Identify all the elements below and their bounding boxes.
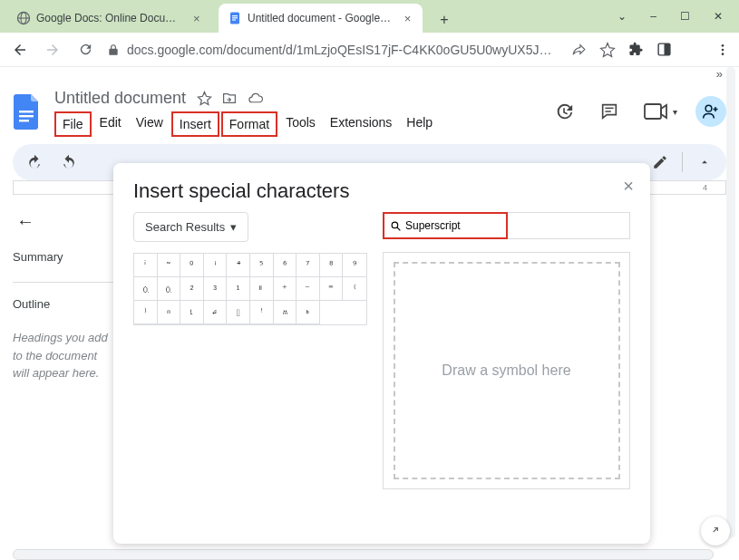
outline-heading: Outline [13,297,114,311]
search-input[interactable] [405,219,496,232]
menu-help[interactable]: Help [400,111,439,137]
svg-point-18 [705,105,712,111]
char-cell[interactable]: ³ [204,277,228,301]
url-display[interactable]: docs.google.com/document/d/1mLzjoQEsIS17… [107,43,560,57]
dialog-close-icon[interactable]: × [623,176,634,197]
search-extra[interactable] [508,212,630,239]
svg-rect-6 [232,19,236,20]
address-bar: docs.google.com/document/d/1mLzjoQEsIS17… [0,33,739,67]
char-cell[interactable]: ⁵ [250,254,274,277]
svg-point-9 [722,44,724,47]
collapse-icon[interactable] [692,150,717,175]
menu-insert[interactable]: Insert [171,111,219,137]
char-cell[interactable]: ⁻ [297,277,320,301]
char-cell[interactable]: ⁿ [158,301,181,324]
share-button[interactable] [695,96,726,127]
star-outline-icon[interactable] [197,91,212,106]
char-cell[interactable]: ⁼ [320,277,344,301]
char-cell[interactable]: ⁴ [227,254,250,277]
kebab-menu-icon[interactable] [715,43,730,57]
move-icon[interactable] [221,91,238,106]
char-cell[interactable]: ⁽ [343,277,366,301]
bookmark-overflow[interactable]: » [0,67,739,83]
chevron-down-icon[interactable]: ⌄ [617,10,627,23]
svg-rect-8 [665,43,670,55]
char-cell[interactable]: ² [180,277,204,301]
search-input-wrap [383,212,508,239]
close-tab-icon[interactable]: × [191,12,202,24]
reload-button[interactable] [74,39,96,61]
char-cell[interactable]: 𐞷 [250,277,274,301]
char-cell[interactable]: ⁸ [320,254,344,277]
editing-mode-icon[interactable] [647,150,673,175]
docs-favicon-icon [228,11,242,25]
special-characters-dialog: × Insert special characters Search Resul… [113,163,650,544]
url-actions [571,42,730,58]
history-icon[interactable] [549,96,579,127]
svg-point-19 [392,222,398,228]
char-cell[interactable]: ⁰ [180,254,204,277]
char-cell[interactable]: ⁺ [274,277,297,301]
char-cell[interactable]: ⁱ [134,254,158,277]
cloud-icon[interactable] [247,91,265,106]
tab-untitled-document[interactable]: Untitled document - Google Doc × [219,4,423,33]
close-tab-icon[interactable]: × [402,12,413,24]
char-cell[interactable]: 𐞻 [227,301,250,324]
menu-format[interactable]: Format [221,111,277,137]
tab-title: Google Docs: Online Document E [36,12,182,24]
svg-point-11 [722,53,724,55]
star-icon[interactable] [599,42,616,58]
menu-extensions[interactable]: Extensions [324,111,398,137]
document-title[interactable]: Untitled document [54,89,186,108]
char-cell[interactable]: 🄀 [134,277,158,301]
share-url-icon[interactable] [571,42,587,57]
horizontal-scrollbar[interactable] [13,549,714,560]
back-button[interactable] [9,39,31,61]
extensions-icon[interactable] [628,42,644,57]
svg-rect-5 [232,17,238,18]
draw-symbol-area[interactable]: Draw a symbol here [383,252,630,489]
menu-tools[interactable]: Tools [279,111,322,137]
menu-file[interactable]: File [54,111,92,137]
dialog-title: Insert special characters [113,163,650,212]
explore-button[interactable] [701,517,730,546]
char-cell[interactable]: ꜝ [250,301,274,324]
svg-rect-12 [19,111,34,112]
char-cell[interactable]: ꚝ [297,301,320,324]
char-cell[interactable]: 𐞹 [180,301,204,324]
redo-button[interactable] [56,150,82,175]
lock-icon [107,43,120,56]
menu-edit[interactable]: Edit [93,111,128,137]
menu-view[interactable]: View [130,111,170,137]
account-icon[interactable] [656,42,672,57]
forward-button[interactable] [42,39,63,61]
char-cell[interactable]: 𐞺 [204,301,228,324]
char-cell[interactable]: ꜞ [204,254,228,277]
char-cell[interactable]: ¹ [227,277,250,301]
vertical-scrollbar[interactable] [726,67,735,538]
svg-rect-4 [232,15,238,16]
outline-panel: ← Summary Outline Headings you add to th… [13,202,114,382]
outline-back-icon[interactable]: ← [16,211,114,232]
svg-rect-14 [19,120,29,121]
new-tab-button[interactable]: + [432,7,457,33]
char-cell[interactable]: 🄀 [158,277,181,301]
close-window-icon[interactable]: ✕ [714,10,723,23]
char-cell[interactable]: ⁹ [343,254,366,277]
minimize-icon[interactable]: – [650,10,656,23]
char-cell[interactable]: ⁾ [134,301,158,324]
maximize-icon[interactable]: ☐ [680,10,690,23]
char-cell[interactable]: ˜ [158,254,181,277]
category-dropdown[interactable]: Search Results ▾ [133,212,248,242]
caret-down-icon: ▾ [230,220,237,234]
draw-hint: Draw a symbol here [442,362,570,379]
comments-icon[interactable] [594,96,625,127]
tab-google-docs-home[interactable]: Google Docs: Online Document E × [7,4,211,33]
docs-logo-icon[interactable] [13,92,45,132]
char-cell[interactable]: ꭩ [274,301,297,324]
char-cell[interactable]: ⁶ [274,254,297,277]
undo-button[interactable] [22,150,47,175]
meet-icon[interactable]: ▾ [639,96,681,127]
summary-heading: Summary [13,250,114,264]
char-cell[interactable]: ⁷ [297,254,320,277]
